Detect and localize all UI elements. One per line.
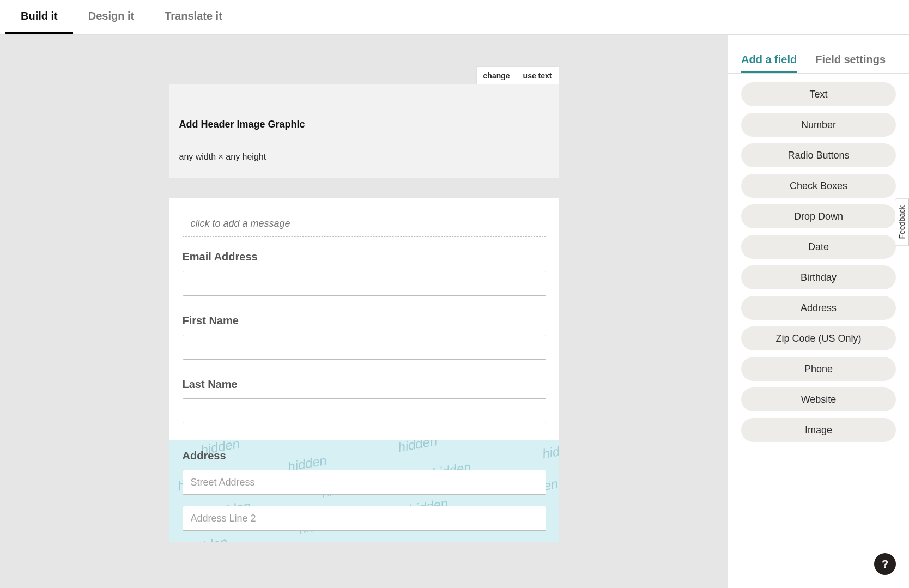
field-type-website[interactable]: Website — [741, 387, 896, 411]
last-name-label: Last Name — [183, 378, 546, 391]
email-input[interactable] — [183, 271, 546, 296]
address-section[interactable]: hidden hidden hidden hidden hidden hidde… — [169, 440, 559, 542]
message-area[interactable]: click to add a message — [183, 211, 546, 237]
field-type-phone[interactable]: Phone — [741, 357, 896, 381]
header-subtitle: any width × any height — [179, 152, 549, 162]
field-type-image[interactable]: Image — [741, 418, 896, 442]
top-tabs: Build it Design it Translate it — [0, 0, 909, 35]
header-actions: change use text — [476, 66, 559, 84]
last-name-input[interactable] — [183, 398, 546, 423]
tab-build[interactable]: Build it — [5, 0, 73, 34]
tab-translate[interactable]: Translate it — [149, 0, 238, 34]
email-label: Email Address — [183, 251, 546, 263]
sidebar-tabs: Add a field Field settings — [728, 48, 909, 74]
tab-field-settings[interactable]: Field settings — [815, 48, 886, 73]
address-label: Address — [183, 450, 546, 462]
address-line2-input[interactable] — [183, 506, 546, 531]
change-button[interactable]: change — [477, 68, 517, 83]
field-type-dropdown[interactable]: Drop Down — [741, 204, 896, 228]
field-type-text[interactable]: Text — [741, 82, 896, 106]
feedback-tab[interactable]: Feedback — [895, 198, 909, 246]
header-image-block[interactable]: change use text Add Header Image Graphic… — [169, 84, 559, 178]
sidebar: Add a field Field settings Text Number R… — [728, 35, 909, 588]
form-canvas: change use text Add Header Image Graphic… — [0, 35, 728, 588]
use-text-button[interactable]: use text — [517, 68, 559, 83]
tab-design[interactable]: Design it — [73, 0, 149, 34]
field-type-checkbox[interactable]: Check Boxes — [741, 174, 896, 198]
header-title: Add Header Image Graphic — [179, 119, 549, 130]
help-button[interactable]: ? — [874, 553, 896, 575]
first-name-input[interactable] — [183, 335, 546, 360]
form-inner: click to add a message Email Address Fir… — [169, 211, 559, 440]
field-type-address[interactable]: Address — [741, 296, 896, 320]
form-block: click to add a message Email Address Fir… — [169, 198, 559, 542]
first-name-label: First Name — [183, 314, 546, 327]
field-type-number[interactable]: Number — [741, 113, 896, 137]
tab-add-field[interactable]: Add a field — [741, 48, 797, 73]
field-type-zip[interactable]: Zip Code (US Only) — [741, 326, 896, 350]
field-type-list: Text Number Radio Buttons Check Boxes Dr… — [728, 74, 909, 442]
field-type-birthday[interactable]: Birthday — [741, 265, 896, 289]
main: change use text Add Header Image Graphic… — [0, 35, 909, 588]
field-type-radio[interactable]: Radio Buttons — [741, 143, 896, 167]
field-type-date[interactable]: Date — [741, 235, 896, 259]
street-input[interactable] — [183, 470, 546, 495]
